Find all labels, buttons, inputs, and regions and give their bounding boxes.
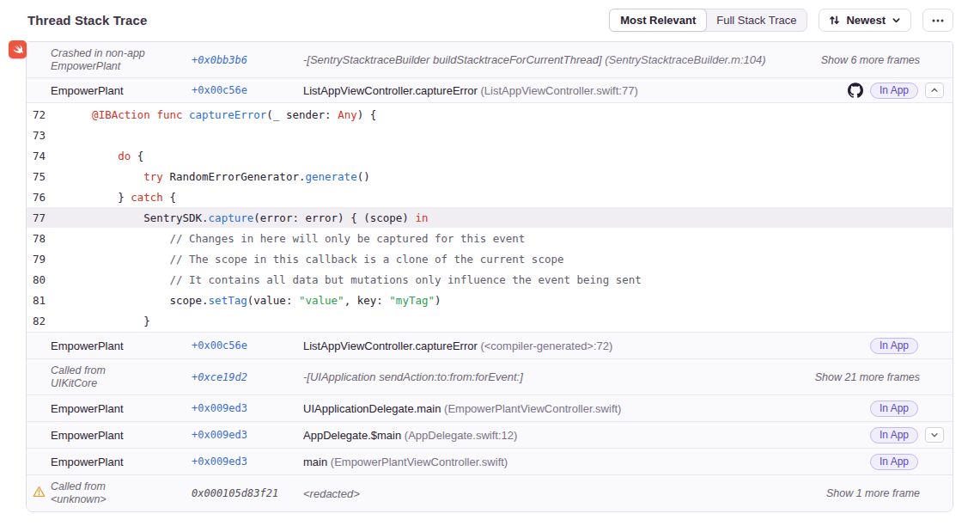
code-line: 81 scope.setTag(value: "value", key: "my… bbox=[27, 290, 953, 310]
overflow-menu-button[interactable] bbox=[922, 9, 953, 32]
code-line: 76 } catch { bbox=[27, 187, 953, 207]
frame-function: -[SentryStacktraceBuilder buildStacktrac… bbox=[303, 53, 821, 66]
frame-function: -[UIApplication sendAction:to:from:forEv… bbox=[303, 370, 815, 383]
code-text: scope.setTag(value: "value", key: "myTag… bbox=[66, 294, 441, 307]
frame-actions: In App bbox=[870, 338, 944, 354]
toggle-most-relevant[interactable]: Most Relevant bbox=[609, 9, 707, 32]
package-line1: Called from bbox=[51, 364, 192, 377]
code-line-active: 77 SentrySDK.capture(error: error) { (sc… bbox=[27, 207, 953, 228]
line-number: 73 bbox=[27, 129, 66, 142]
frame-function: <redacted> bbox=[303, 487, 826, 500]
source-file-link[interactable]: (<compiler-generated>:72) bbox=[480, 339, 612, 352]
frame-actions: Show 21 more frames bbox=[815, 371, 944, 383]
show-more-frames-link[interactable]: Show 21 more frames bbox=[815, 371, 920, 383]
frame-package: EmpowerPlant bbox=[51, 339, 192, 352]
chevron-slot bbox=[925, 338, 944, 353]
frame-function: main (EmpowerPlantViewController.swift) bbox=[303, 456, 870, 468]
chevron-down-icon bbox=[892, 15, 901, 25]
function-name: ListAppViewController.captureError bbox=[303, 84, 478, 97]
chevron-slot bbox=[925, 401, 944, 416]
frame-row-main[interactable]: EmpowerPlant +0x009ed3 main (EmpowerPlan… bbox=[27, 449, 953, 475]
frame-row-capture-error-expanded[interactable]: EmpowerPlant +0x00c56e ListAppViewContro… bbox=[27, 78, 953, 103]
in-app-badge: In App bbox=[870, 401, 918, 417]
sort-button[interactable]: Newest bbox=[819, 9, 911, 32]
frame-address: +0x0bb3b6 bbox=[192, 54, 303, 66]
frame-package: EmpowerPlant bbox=[51, 456, 192, 468]
code-line: 79 // The scope in this callback is a cl… bbox=[27, 248, 953, 269]
code-text: } catch { bbox=[66, 191, 176, 204]
source-file-link[interactable]: (ListAppViewController.swift:77) bbox=[480, 84, 637, 97]
warning-triangle-icon bbox=[33, 486, 46, 501]
show-more-frames-link[interactable]: Show 1 more frame bbox=[826, 487, 920, 499]
frame-address: +0x00c56e bbox=[192, 339, 303, 352]
code-text: SentrySDK.capture(error: error) { (scope… bbox=[66, 211, 428, 224]
show-more-frames-link[interactable]: Show 6 more frames bbox=[821, 54, 920, 66]
function-name: <redacted> bbox=[303, 487, 360, 500]
frame-address: +0xce19d2 bbox=[192, 371, 303, 383]
github-icon[interactable] bbox=[848, 83, 863, 98]
frame-package: Called from <unknown> bbox=[51, 480, 192, 506]
toggle-full-stack-trace[interactable]: Full Stack Trace bbox=[706, 9, 807, 31]
frame-package: EmpowerPlant bbox=[51, 429, 192, 442]
function-name: UIApplicationDelegate.main bbox=[303, 402, 441, 415]
function-name: -[UIApplication sendAction:to:from:forEv… bbox=[303, 370, 523, 383]
frame-actions: In App bbox=[848, 83, 944, 99]
frame-row-crashed-non-app[interactable]: Crashed in non-app EmpowerPlant +0x0bb3b… bbox=[27, 42, 953, 78]
code-text: } bbox=[66, 315, 150, 327]
code-block: 72 @IBAction func captureError(_ sender:… bbox=[27, 103, 953, 333]
code-text: do { bbox=[66, 150, 143, 162]
frame-actions: Show 6 more frames bbox=[821, 54, 944, 66]
frame-row-capture-error[interactable]: EmpowerPlant +0x00c56e ListAppViewContro… bbox=[27, 333, 953, 359]
line-number: 80 bbox=[27, 273, 66, 286]
frame-actions: In App bbox=[870, 454, 944, 470]
line-number: 82 bbox=[27, 315, 66, 327]
code-line: 73 bbox=[27, 125, 953, 145]
frame-address: +0x009ed3 bbox=[192, 402, 303, 414]
frame-actions: Show 1 more frame bbox=[826, 487, 944, 499]
in-app-badge: In App bbox=[870, 83, 918, 99]
code-line: 82 } bbox=[27, 310, 953, 331]
function-name: ListAppViewController.captureError bbox=[303, 339, 478, 352]
frame-function: UIApplicationDelegate.main (EmpowerPlant… bbox=[303, 402, 870, 415]
package-line1: Called from bbox=[51, 480, 192, 493]
in-app-badge: In App bbox=[870, 338, 918, 354]
frame-function: ListAppViewController.captureError (List… bbox=[303, 84, 848, 97]
frame-row-uikitcore[interactable]: Called from UIKitCore +0xce19d2 -[UIAppl… bbox=[27, 359, 953, 395]
in-app-badge: In App bbox=[870, 427, 918, 443]
function-name: -[SentryStacktraceBuilder buildStacktrac… bbox=[303, 53, 602, 66]
function-name: main bbox=[303, 456, 327, 468]
frame-function: ListAppViewController.captureError (<com… bbox=[303, 339, 870, 352]
swift-icon bbox=[9, 40, 27, 58]
sort-label: Newest bbox=[846, 14, 886, 27]
frame-row-appdelegate-main[interactable]: EmpowerPlant +0x009ed3 AppDelegate.$main… bbox=[27, 422, 953, 449]
frame-address: +0x009ed3 bbox=[192, 429, 303, 441]
chevron-down-icon bbox=[930, 427, 939, 443]
code-line: 80 // It contains all data but mutations… bbox=[27, 269, 953, 290]
source-file-link[interactable]: (SentryStacktraceBuilder.m:104) bbox=[605, 53, 765, 66]
page-title: Thread Stack Trace bbox=[27, 13, 147, 28]
line-number: 78 bbox=[27, 232, 66, 245]
collapse-frame-button[interactable] bbox=[925, 83, 944, 98]
frame-row-uiapplicationdelegate-main[interactable]: EmpowerPlant +0x009ed3 UIApplicationDele… bbox=[27, 395, 953, 422]
in-app-badge: In App bbox=[870, 454, 918, 470]
frame-address: 0x000105d83f21 bbox=[192, 487, 303, 499]
frame-address: +0x00c56e bbox=[192, 84, 303, 96]
source-file-link[interactable]: (AppDelegate.swift:12) bbox=[405, 429, 518, 442]
code-line: 74 do { bbox=[27, 145, 953, 166]
code-line: 75 try RandomErrorGenerator.generate() bbox=[27, 166, 953, 187]
expand-frame-button[interactable] bbox=[925, 427, 944, 443]
view-toggle: Most Relevant Full Stack Trace bbox=[609, 9, 807, 32]
frame-address: +0x009ed3 bbox=[192, 456, 303, 468]
chevron-slot bbox=[925, 454, 944, 469]
frame-function: AppDelegate.$main (AppDelegate.swift:12) bbox=[303, 429, 870, 442]
ellipsis-icon bbox=[931, 15, 945, 27]
source-file-link[interactable]: (EmpowerPlantViewController.swift) bbox=[444, 402, 621, 415]
header-controls: Most Relevant Full Stack Trace Newest bbox=[609, 9, 953, 32]
source-file-link[interactable]: (EmpowerPlantViewController.swift) bbox=[331, 456, 508, 468]
frame-row-unknown[interactable]: Called from <unknown> 0x000105d83f21 <re… bbox=[27, 475, 953, 511]
frame-package: EmpowerPlant bbox=[51, 84, 192, 97]
line-number: 76 bbox=[27, 191, 66, 204]
code-line: 72 @IBAction func captureError(_ sender:… bbox=[27, 104, 953, 125]
frame-package: EmpowerPlant bbox=[51, 402, 192, 415]
package-line1: Crashed in non-app bbox=[51, 47, 192, 60]
